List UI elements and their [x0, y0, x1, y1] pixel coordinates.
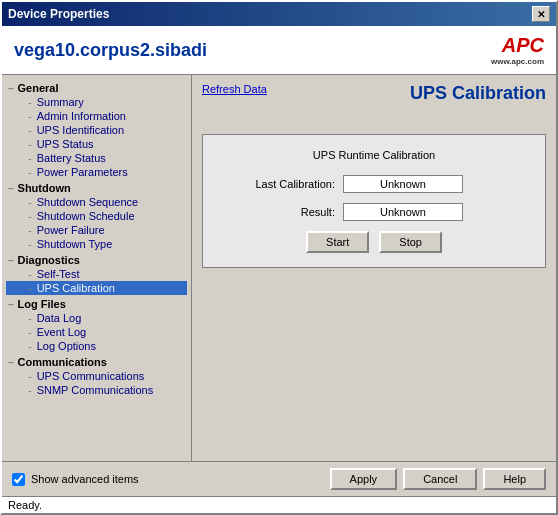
sidebar-group-header-communications[interactable]: – Communications	[6, 355, 187, 369]
calibration-buttons: Start Stop	[223, 231, 525, 253]
collapse-icon-general: –	[8, 83, 14, 94]
sidebar-item-power-failure[interactable]: -Power Failure	[6, 223, 187, 237]
result-value: Unknown	[343, 203, 463, 221]
device-properties-window: Device Properties ✕ vega10.corpus2.sibad…	[0, 0, 558, 515]
sidebar-item-shutdown-sequence[interactable]: -Shutdown Sequence	[6, 195, 187, 209]
bottom-bar: Show advanced items Apply Cancel Help	[2, 461, 556, 496]
sidebar-item-ups-calibration[interactable]: -UPS Calibration	[6, 281, 187, 295]
sidebar-group-diagnostics: – Diagnostics -Self-Test -UPS Calibratio…	[6, 253, 187, 295]
apc-logo-container: APC www.apc.com	[491, 34, 544, 66]
sidebar-group-general: – General -Summary -Admin Information -U…	[6, 81, 187, 179]
stop-button[interactable]: Stop	[379, 231, 442, 253]
last-calibration-value: Unknown	[343, 175, 463, 193]
sidebar-item-log-options[interactable]: -Log Options	[6, 339, 187, 353]
apc-logo: APC www.apc.com	[491, 34, 544, 66]
title-bar: Device Properties ✕	[2, 2, 556, 26]
collapse-icon-shutdown: –	[8, 183, 14, 194]
sidebar-group-label-log-files: Log Files	[18, 298, 66, 310]
close-button[interactable]: ✕	[532, 6, 550, 22]
sidebar-group-header-shutdown[interactable]: – Shutdown	[6, 181, 187, 195]
start-button[interactable]: Start	[306, 231, 369, 253]
sidebar-group-log-files: – Log Files -Data Log -Event Log -Log Op…	[6, 297, 187, 353]
sidebar: – General -Summary -Admin Information -U…	[2, 75, 192, 461]
status-text: Ready.	[8, 499, 42, 511]
sidebar-item-snmp-communications[interactable]: -SNMP Communications	[6, 383, 187, 397]
main-panel: Refresh Data UPS Calibration UPS Runtime…	[192, 75, 556, 461]
show-advanced-label: Show advanced items	[31, 473, 139, 485]
sidebar-item-power-parameters[interactable]: -Power Parameters	[6, 165, 187, 179]
sidebar-group-label-diagnostics: Diagnostics	[18, 254, 80, 266]
sidebar-group-header-general[interactable]: – General	[6, 81, 187, 95]
sidebar-group-communications: – Communications -UPS Communications -SN…	[6, 355, 187, 397]
sidebar-item-summary[interactable]: -Summary	[6, 95, 187, 109]
cancel-button[interactable]: Cancel	[403, 468, 477, 490]
sidebar-item-admin-information[interactable]: -Admin Information	[6, 109, 187, 123]
sidebar-item-data-log[interactable]: -Data Log	[6, 311, 187, 325]
help-button[interactable]: Help	[483, 468, 546, 490]
device-header: vega10.corpus2.sibadi APC www.apc.com	[2, 26, 556, 75]
panel-header-row: Refresh Data UPS Calibration	[202, 83, 546, 114]
window-title: Device Properties	[8, 7, 109, 21]
panel-title: UPS Calibration	[410, 83, 546, 104]
last-calibration-label: Last Calibration:	[223, 178, 343, 190]
sidebar-item-ups-communications[interactable]: -UPS Communications	[6, 369, 187, 383]
sidebar-item-event-log[interactable]: -Event Log	[6, 325, 187, 339]
collapse-icon-log-files: –	[8, 299, 14, 310]
status-bar: Ready.	[2, 496, 556, 513]
bottom-left: Show advanced items	[12, 473, 139, 486]
calibration-box: UPS Runtime Calibration Last Calibration…	[202, 134, 546, 268]
sidebar-item-ups-identification[interactable]: -UPS Identification	[6, 123, 187, 137]
apply-button[interactable]: Apply	[330, 468, 398, 490]
sidebar-group-label-shutdown: Shutdown	[18, 182, 71, 194]
sidebar-item-shutdown-schedule[interactable]: -Shutdown Schedule	[6, 209, 187, 223]
calibration-box-title: UPS Runtime Calibration	[223, 149, 525, 161]
sidebar-group-label-general: General	[18, 82, 59, 94]
bottom-buttons: Apply Cancel Help	[330, 468, 546, 490]
refresh-link[interactable]: Refresh Data	[202, 83, 267, 95]
show-advanced-checkbox[interactable]	[12, 473, 25, 486]
collapse-icon-communications: –	[8, 357, 14, 368]
sidebar-item-self-test[interactable]: -Self-Test	[6, 267, 187, 281]
last-calibration-row: Last Calibration: Unknown	[223, 175, 525, 193]
sidebar-group-label-communications: Communications	[18, 356, 107, 368]
sidebar-group-shutdown: – Shutdown -Shutdown Sequence -Shutdown …	[6, 181, 187, 251]
sidebar-group-header-log-files[interactable]: – Log Files	[6, 297, 187, 311]
sidebar-group-header-diagnostics[interactable]: – Diagnostics	[6, 253, 187, 267]
sidebar-item-battery-status[interactable]: -Battery Status	[6, 151, 187, 165]
sidebar-item-shutdown-type[interactable]: -Shutdown Type	[6, 237, 187, 251]
result-label: Result:	[223, 206, 343, 218]
device-name: vega10.corpus2.sibadi	[14, 40, 207, 61]
result-row: Result: Unknown	[223, 203, 525, 221]
collapse-icon-diagnostics: –	[8, 255, 14, 266]
content-area: – General -Summary -Admin Information -U…	[2, 75, 556, 461]
sidebar-item-ups-status[interactable]: -UPS Status	[6, 137, 187, 151]
